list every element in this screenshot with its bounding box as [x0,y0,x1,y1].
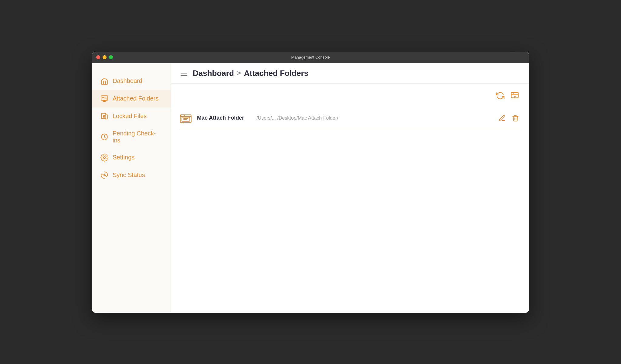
row-actions [497,113,521,123]
toolbar-row [179,90,521,101]
folder-icon [179,112,192,124]
gear-icon [100,154,108,162]
content-area: Mac Attach Folder /Users/... /Desktop/Ma… [171,84,529,313]
traffic-lights [96,55,113,59]
svg-rect-7 [182,117,190,121]
breadcrumb: Dashboard > Attached Folders [193,69,308,78]
trash-icon [512,114,519,122]
edit-icon [498,114,506,122]
topbar: Dashboard > Attached Folders [171,63,529,84]
sidebar-label-dashboard: Dashboard [113,77,142,84]
sidebar-item-attached-folders[interactable]: Attached Folders [92,90,171,107]
add-folder-button[interactable] [509,90,521,101]
hamburger-line-2 [181,73,187,73]
svg-point-4 [104,156,106,158]
sidebar-item-settings[interactable]: Settings [92,149,171,166]
sidebar-label-locked-files: Locked Files [113,113,147,120]
hamburger-line-1 [181,71,187,71]
sidebar-item-sync-status[interactable]: Sync Status [92,166,171,184]
sidebar-item-pending-checkins[interactable]: Pending Check-ins [92,125,171,149]
svg-rect-2 [104,116,105,117]
sidebar-item-dashboard[interactable]: Dashboard [92,72,171,90]
window-title: Management Console [291,55,330,60]
delete-folder-button[interactable] [510,113,521,123]
folder-name: Mac Attach Folder [197,115,252,121]
home-icon [100,77,108,85]
maximize-button[interactable] [109,55,113,59]
sidebar-label-sync-status: Sync Status [113,172,145,179]
folder-path: /Users/... /Desktop/Mac Attach Folder/ [256,115,492,121]
breadcrumb-separator: > [237,69,241,77]
add-folder-icon [511,91,519,100]
folder-list: Mac Attach Folder /Users/... /Desktop/Ma… [179,107,521,129]
sidebar-label-attached-folders: Attached Folders [113,95,158,102]
app-body: Dashboard Attached Folders [92,63,529,313]
monitor-folder-icon [100,95,108,103]
pending-icon [100,133,108,141]
folder-row: Mac Attach Folder /Users/... /Desktop/Ma… [179,107,521,129]
close-button[interactable] [96,55,100,59]
breadcrumb-current: Attached Folders [244,69,308,78]
lock-file-icon [100,112,108,120]
sidebar-item-locked-files[interactable]: Locked Files [92,107,171,125]
sidebar-label-settings: Settings [113,154,134,161]
breadcrumb-home[interactable]: Dashboard [193,69,234,78]
hamburger-button[interactable] [179,70,188,77]
minimize-button[interactable] [103,55,107,59]
sidebar-label-pending-checkins: Pending Check-ins [113,130,162,144]
hamburger-line-3 [181,75,187,76]
titlebar: Management Console [92,52,529,63]
sidebar: Dashboard Attached Folders [92,63,171,313]
edit-folder-button[interactable] [497,113,507,123]
sync-toolbar-icon [496,91,504,100]
sync-icon [100,171,108,179]
app-window: Management Console Dashboard Attached F [92,52,529,313]
folder-icon-wrap [179,112,192,124]
main-content: Dashboard > Attached Folders [171,63,529,313]
sync-button[interactable] [494,90,506,101]
